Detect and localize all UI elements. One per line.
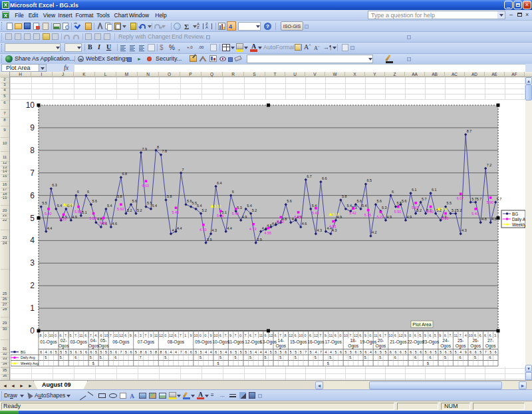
svg-text:7.: 7. xyxy=(74,333,78,337)
svg-text:12: 12 xyxy=(269,333,273,337)
svg-text:5: 5 xyxy=(250,350,252,354)
svg-text:5.2: 5.2 xyxy=(457,208,462,212)
svg-text:6: 6 xyxy=(165,350,167,354)
svg-text:11: 11 xyxy=(374,333,378,337)
svg-text:16-Ogos: 16-Ogos xyxy=(307,339,325,345)
svg-text:4.73: 4.73 xyxy=(249,227,257,231)
svg-text:6: 6 xyxy=(230,350,232,354)
svg-text:5.40: 5.40 xyxy=(441,207,448,211)
svg-text:5: 5 xyxy=(95,350,97,354)
svg-text:11: 11 xyxy=(154,333,158,337)
svg-text:7: 7 xyxy=(320,350,322,354)
svg-text:Ogos: Ogos xyxy=(348,343,358,349)
svg-text:6.: 6. xyxy=(394,333,398,337)
svg-text:6: 6 xyxy=(430,350,432,354)
svg-text:4: 4 xyxy=(370,350,372,354)
svg-text:6: 6 xyxy=(185,350,187,354)
svg-text:6: 6 xyxy=(50,350,52,354)
svg-text:6.: 6. xyxy=(114,355,117,359)
svg-text:7.: 7. xyxy=(65,333,68,337)
svg-text:01-Ogos: 01-Ogos xyxy=(40,339,57,345)
svg-text:6.: 6. xyxy=(414,333,418,337)
svg-text:5.4: 5.4 xyxy=(197,204,202,208)
svg-text:5: 5 xyxy=(245,350,247,354)
svg-text:5.25: 5.25 xyxy=(295,215,302,219)
svg-text:1: 1 xyxy=(30,304,35,313)
svg-text:5.2: 5.2 xyxy=(127,208,132,212)
svg-text:4: 4 xyxy=(30,236,35,245)
svg-text:5: 5 xyxy=(310,350,312,354)
svg-text:5.: 5. xyxy=(379,355,382,359)
svg-text:20-: 20- xyxy=(378,338,384,343)
svg-text:5.: 5. xyxy=(434,333,438,337)
svg-text:5.: 5. xyxy=(235,355,237,359)
svg-text:6.4: 6.4 xyxy=(217,181,222,185)
svg-text:BG: BG xyxy=(512,212,518,216)
svg-text:5.: 5. xyxy=(217,361,219,365)
svg-text:4.6: 4.6 xyxy=(112,222,117,226)
svg-text:8.: 8. xyxy=(40,333,43,337)
svg-text:Ogos: Ogos xyxy=(456,343,466,349)
svg-text:0.: 0. xyxy=(305,333,308,337)
svg-text:11: 11 xyxy=(454,333,458,337)
svg-text:6: 6 xyxy=(90,350,92,354)
svg-text:7: 7 xyxy=(120,350,122,354)
svg-text:10: 10 xyxy=(214,333,218,337)
svg-text:5.40: 5.40 xyxy=(45,212,52,216)
svg-text:5.: 5. xyxy=(219,355,222,359)
svg-text:8: 8 xyxy=(30,146,35,155)
svg-text:5: 5 xyxy=(344,350,346,354)
svg-text:5: 5 xyxy=(125,350,127,354)
svg-text:6.: 6. xyxy=(84,333,87,337)
svg-text:6: 6 xyxy=(354,350,356,354)
svg-text:Weekly Avg: Weekly Avg xyxy=(21,361,39,365)
svg-text:5.90: 5.90 xyxy=(487,200,494,204)
svg-text:4: 4 xyxy=(325,350,327,354)
svg-text:6: 6 xyxy=(40,350,42,354)
svg-text:10: 10 xyxy=(344,333,348,337)
svg-text:5.20: 5.20 xyxy=(90,216,97,220)
svg-text:5.27: 5.27 xyxy=(377,215,384,219)
svg-text:4.9: 4.9 xyxy=(387,215,392,219)
svg-text:Ogos: Ogos xyxy=(440,343,451,349)
svg-text:5: 5 xyxy=(110,350,112,354)
svg-text:5: 5 xyxy=(200,350,202,354)
svg-text:10: 10 xyxy=(104,333,108,337)
svg-text:7.: 7. xyxy=(224,333,227,337)
svg-text:6: 6 xyxy=(469,350,471,354)
svg-text:12: 12 xyxy=(169,333,173,337)
svg-text:7.: 7. xyxy=(110,333,113,337)
svg-text:4: 4 xyxy=(460,350,462,354)
svg-text:5.: 5. xyxy=(265,355,267,359)
svg-text:12: 12 xyxy=(159,333,163,337)
svg-text:6: 6 xyxy=(375,350,377,354)
svg-text:7: 7 xyxy=(30,168,35,178)
svg-text:5.45: 5.45 xyxy=(172,210,180,214)
svg-text:5.43: 5.43 xyxy=(312,211,319,215)
svg-text:5.: 5. xyxy=(70,333,73,337)
svg-text:4: 4 xyxy=(260,350,262,354)
svg-text:6.3: 6.3 xyxy=(52,183,57,187)
svg-text:5.2: 5.2 xyxy=(202,208,207,212)
svg-text:26-: 26- xyxy=(472,338,479,343)
svg-text:6.: 6. xyxy=(134,333,138,337)
svg-text:8: 8 xyxy=(157,145,159,149)
svg-text:5.35: 5.35 xyxy=(364,213,372,217)
svg-text:4.70: 4.70 xyxy=(200,228,207,232)
svg-text:5: 5 xyxy=(70,350,72,354)
svg-text:7.: 7. xyxy=(90,333,93,337)
svg-text:9: 9 xyxy=(30,123,35,132)
svg-text:6: 6 xyxy=(445,350,447,354)
svg-text:03-Ogos: 03-Ogos xyxy=(70,339,87,345)
svg-text:5: 5 xyxy=(295,350,297,354)
svg-text:7.9: 7.9 xyxy=(142,147,148,151)
svg-text:6.: 6. xyxy=(174,333,178,337)
svg-text:5.: 5. xyxy=(92,361,95,365)
svg-text:BG: BG xyxy=(21,350,26,354)
svg-text:6.: 6. xyxy=(60,333,63,337)
svg-text:6: 6 xyxy=(400,350,402,354)
svg-text:4.4: 4.4 xyxy=(262,226,267,230)
svg-text:6: 6 xyxy=(30,191,35,200)
svg-text:3.9: 3.9 xyxy=(257,238,262,242)
svg-text:7.: 7. xyxy=(384,333,388,337)
